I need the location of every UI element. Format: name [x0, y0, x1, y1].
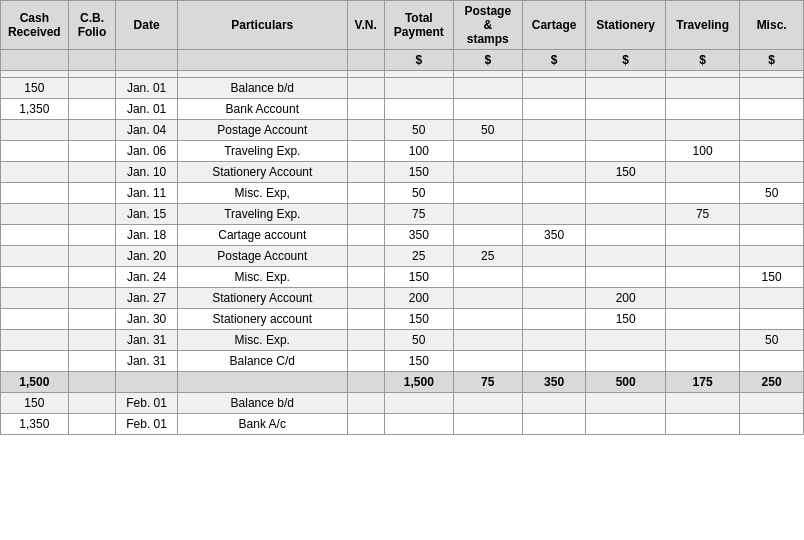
cell-total: 75 — [384, 204, 453, 225]
cell-traveling — [665, 120, 739, 141]
cell-traveling: 100 — [665, 141, 739, 162]
cell-total: 50 — [384, 183, 453, 204]
cell-cash — [1, 120, 69, 141]
cell-cartage — [522, 183, 586, 204]
cell-cb — [68, 393, 116, 414]
cell-misc — [740, 99, 804, 120]
header-postage: Postage&stamps — [453, 1, 522, 50]
cell-stationery — [586, 120, 666, 141]
table-row: Jan. 10Stationery Account150150 — [1, 162, 804, 183]
cell-traveling — [665, 309, 739, 330]
cell-traveling — [665, 162, 739, 183]
header-cartage: Cartage — [522, 1, 586, 50]
year-postage — [453, 71, 522, 78]
year-particulars — [177, 71, 347, 78]
cell-vn — [347, 267, 384, 288]
total-traveling: 175 — [665, 372, 739, 393]
cell-cartage — [522, 141, 586, 162]
petty-cash-table: CashReceived C.B.Folio Date Particulars … — [0, 0, 804, 435]
cell-misc — [740, 225, 804, 246]
total-postage: 75 — [453, 372, 522, 393]
header-total-payment: TotalPayment — [384, 1, 453, 50]
table-row: 1,350Feb. 01Bank A/c — [1, 414, 804, 435]
cell-cash — [1, 351, 69, 372]
cell-postage — [453, 288, 522, 309]
header-vn: V.N. — [347, 1, 384, 50]
total-vn — [347, 372, 384, 393]
cell-stationery — [586, 351, 666, 372]
cell-vn — [347, 99, 384, 120]
cell-cb — [68, 246, 116, 267]
cell-traveling — [665, 78, 739, 99]
cell-total: 200 — [384, 288, 453, 309]
cell-cash — [1, 246, 69, 267]
cell-traveling — [665, 225, 739, 246]
cell-traveling — [665, 414, 739, 435]
cell-postage — [453, 309, 522, 330]
cell-particulars: Postage Account — [177, 120, 347, 141]
cell-vn — [347, 351, 384, 372]
cell-vn — [347, 288, 384, 309]
total-particulars — [177, 372, 347, 393]
cell-stationery: 150 — [586, 162, 666, 183]
cell-cartage — [522, 393, 586, 414]
header-traveling-dollar: $ — [665, 50, 739, 71]
cell-cb — [68, 141, 116, 162]
cell-cb — [68, 330, 116, 351]
cell-misc — [740, 78, 804, 99]
cell-particulars: Postage Account — [177, 246, 347, 267]
cell-vn — [347, 183, 384, 204]
cell-total: 350 — [384, 225, 453, 246]
cell-cb — [68, 309, 116, 330]
cell-cash — [1, 330, 69, 351]
cell-misc — [740, 141, 804, 162]
cell-date: Jan. 27 — [116, 288, 178, 309]
cell-cash: 150 — [1, 78, 69, 99]
cell-date: Jan. 10 — [116, 162, 178, 183]
cell-total — [384, 99, 453, 120]
year-stationery — [586, 71, 666, 78]
cell-vn — [347, 309, 384, 330]
cell-date: Jan. 11 — [116, 183, 178, 204]
header-cash-received: CashReceived — [1, 1, 69, 50]
cell-date: Jan. 04 — [116, 120, 178, 141]
cell-date: Jan. 20 — [116, 246, 178, 267]
cell-total — [384, 78, 453, 99]
cell-cash — [1, 162, 69, 183]
cell-total: 100 — [384, 141, 453, 162]
cell-particulars: Cartage account — [177, 225, 347, 246]
header-particulars: Particulars — [177, 1, 347, 50]
cell-postage — [453, 351, 522, 372]
cell-cb — [68, 120, 116, 141]
cell-misc — [740, 414, 804, 435]
cell-traveling — [665, 246, 739, 267]
cell-misc — [740, 162, 804, 183]
cell-date: Jan. 24 — [116, 267, 178, 288]
cell-cb — [68, 78, 116, 99]
table-row: Jan. 11Misc. Exp,5050 — [1, 183, 804, 204]
cell-cartage — [522, 162, 586, 183]
cell-misc — [740, 204, 804, 225]
header-misc-dollar: $ — [740, 50, 804, 71]
cell-particulars: Stationery account — [177, 309, 347, 330]
total-cb — [68, 372, 116, 393]
cell-date: Jan. 31 — [116, 351, 178, 372]
cell-cartage — [522, 330, 586, 351]
cell-traveling — [665, 393, 739, 414]
cell-postage — [453, 99, 522, 120]
cell-postage — [453, 204, 522, 225]
cell-stationery — [586, 183, 666, 204]
table-row: Jan. 31Balance C/d150 — [1, 351, 804, 372]
cell-vn — [347, 120, 384, 141]
cell-traveling — [665, 288, 739, 309]
cell-traveling — [665, 183, 739, 204]
cell-postage: 25 — [453, 246, 522, 267]
cell-stationery — [586, 393, 666, 414]
cell-stationery — [586, 141, 666, 162]
cell-misc — [740, 246, 804, 267]
header-stationery-dollar: $ — [586, 50, 666, 71]
cell-misc: 50 — [740, 330, 804, 351]
cell-total: 150 — [384, 267, 453, 288]
header-cb-folio: C.B.Folio — [68, 1, 116, 50]
table-row: Jan. 20Postage Account2525 — [1, 246, 804, 267]
